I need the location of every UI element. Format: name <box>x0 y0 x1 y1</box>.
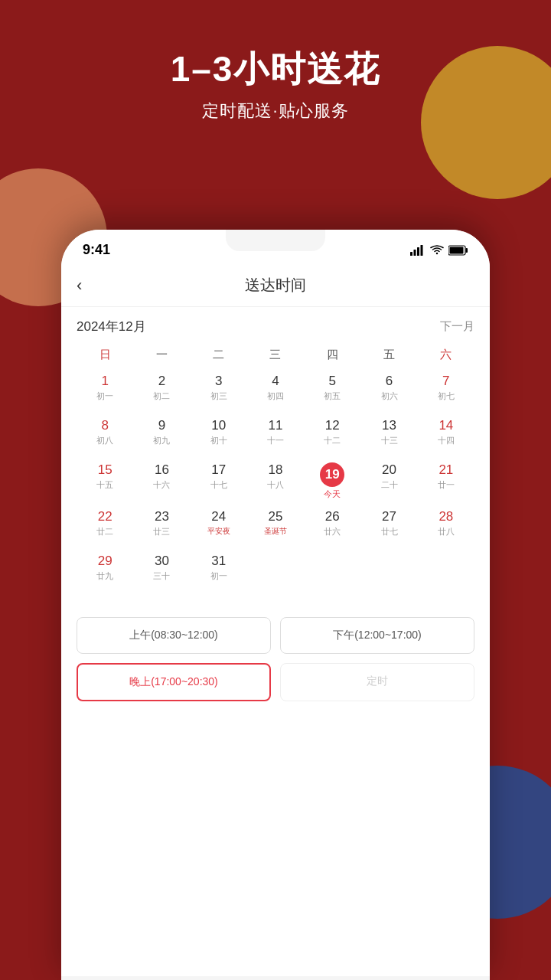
calendar-day-26[interactable]: 26廿六 <box>304 505 360 548</box>
calendar-day-31[interactable]: 31初一 <box>191 550 247 593</box>
day-header-tue: 二 <box>191 343 247 367</box>
svg-rect-1 <box>414 250 416 256</box>
calendar-day-20[interactable]: 20二十 <box>360 459 417 504</box>
calendar-day-24[interactable]: 24平安夜 <box>191 505 247 548</box>
header-title: 1–3小时送花 <box>0 46 551 93</box>
wifi-icon <box>430 245 444 256</box>
svg-rect-6 <box>450 247 464 253</box>
calendar-day-21[interactable]: 21廿一 <box>418 459 474 504</box>
month-year: 2024年12月 <box>77 318 146 335</box>
back-button[interactable]: ‹ <box>77 276 82 296</box>
status-time: 9:41 <box>83 242 110 258</box>
calendar-day-11[interactable]: 11十一 <box>247 414 304 457</box>
calendar-day-2[interactable]: 2初二 <box>133 370 190 413</box>
calendar-day-5[interactable]: 5初五 <box>304 370 360 413</box>
calendar-day-22[interactable]: 22廿二 <box>77 505 133 548</box>
calendar-day-18[interactable]: 18十八 <box>247 459 304 504</box>
calendar-day-6[interactable]: 6初六 <box>360 370 417 413</box>
phone-mockup: 9:41 <box>61 230 490 980</box>
calendar-day-27[interactable]: 27廿七 <box>360 505 417 548</box>
calendar-day-30[interactable]: 30三十 <box>133 550 190 593</box>
nav-title: 送达时间 <box>245 275 306 296</box>
time-slots: 上午(08:30~12:00)下午(12:00~17:00)晚上(17:00~2… <box>61 605 490 701</box>
svg-rect-0 <box>410 252 412 256</box>
calendar-day-23[interactable]: 23廿三 <box>133 505 190 548</box>
calendar-day-4[interactable]: 4初四 <box>247 370 304 413</box>
calendar-day-16[interactable]: 16十六 <box>133 459 190 504</box>
day-header-sat: 六 <box>418 343 474 367</box>
next-month-button[interactable]: 下一月 <box>440 319 474 334</box>
header-section: 1–3小时送花 定时配送·贴心服务 <box>0 46 551 122</box>
calendar-day-10[interactable]: 10初十 <box>191 414 247 457</box>
calendar-day-19[interactable]: 19今天 <box>304 459 360 504</box>
day-header-thu: 四 <box>304 343 360 367</box>
calendar-day-7[interactable]: 7初七 <box>418 370 474 413</box>
calendar-day-9[interactable]: 9初九 <box>133 414 190 457</box>
calendar-day-28[interactable]: 28廿八 <box>418 505 474 548</box>
calendar-day-8[interactable]: 8初八 <box>77 414 133 457</box>
day-header-fri: 五 <box>360 343 417 367</box>
svg-rect-2 <box>417 247 419 256</box>
calendar-day-17[interactable]: 17十七 <box>191 459 247 504</box>
calendar-day-empty <box>360 550 417 593</box>
battery-icon <box>448 245 468 256</box>
nav-bar: ‹ 送达时间 <box>61 264 490 307</box>
calendar-grid: 1初一2初二3初三4初四5初五6初六7初七8初八9初九10初十11十一12十二1… <box>77 370 474 593</box>
calendar-day-29[interactable]: 29廿九 <box>77 550 133 593</box>
time-slot-3[interactable]: 定时 <box>280 663 474 701</box>
calendar-day-1[interactable]: 1初一 <box>77 370 133 413</box>
header-subtitle: 定时配送·贴心服务 <box>0 100 551 122</box>
calendar-day-15[interactable]: 15十五 <box>77 459 133 504</box>
time-slot-1[interactable]: 下午(12:00~17:00) <box>280 617 474 654</box>
calendar-section: 2024年12月 下一月 日 一 二 三 四 五 六 1初一2初二3初三4初四5… <box>61 307 490 605</box>
calendar-day-empty <box>304 550 360 593</box>
calendar-day-14[interactable]: 14十四 <box>418 414 474 457</box>
time-slot-2[interactable]: 晚上(17:00~20:30) <box>77 663 271 701</box>
day-headers: 日 一 二 三 四 五 六 <box>77 343 474 367</box>
app-content: ‹ 送达时间 2024年12月 下一月 日 一 二 三 四 五 六 1初一2初二… <box>61 264 490 976</box>
calendar-day-12[interactable]: 12十二 <box>304 414 360 457</box>
day-header-wed: 三 <box>247 343 304 367</box>
svg-rect-5 <box>466 248 468 253</box>
status-icons <box>410 245 468 256</box>
calendar-day-empty <box>418 550 474 593</box>
svg-rect-3 <box>421 245 423 256</box>
calendar-day-25[interactable]: 25圣诞节 <box>247 505 304 548</box>
signal-icon <box>410 245 425 256</box>
calendar-day-13[interactable]: 13十三 <box>360 414 417 457</box>
month-header: 2024年12月 下一月 <box>77 307 474 343</box>
calendar-day-empty <box>247 550 304 593</box>
phone-notch <box>226 230 325 251</box>
day-header-sun: 日 <box>77 343 133 367</box>
time-slot-0[interactable]: 上午(08:30~12:00) <box>77 617 271 654</box>
day-header-mon: 一 <box>133 343 190 367</box>
calendar-day-3[interactable]: 3初三 <box>191 370 247 413</box>
